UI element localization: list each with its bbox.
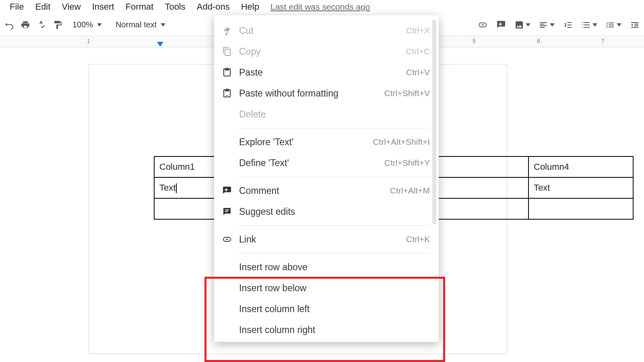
ctx-label: Comment [239,185,390,196]
ctx-insert-row-above[interactable]: Insert row above [214,257,439,278]
ctx-shortcut: Ctrl+K [406,234,430,244]
cut-icon [221,25,233,36]
zoom-value: 100% [72,20,93,29]
blank-icon [221,136,233,148]
suggest-icon [221,206,233,217]
insert-image-dropdown[interactable] [514,20,530,30]
menu-tools[interactable]: Tools [165,2,185,12]
ctx-label: Delete [239,109,430,120]
paragraph-style-dropdown[interactable]: Normal text [111,19,169,31]
ctx-label: Insert row above [239,262,430,273]
table-header-cell[interactable]: Column4 [528,156,633,177]
ctx-label: Link [239,234,406,245]
caret-icon [97,23,102,27]
ruler-mark: 5 [473,38,476,44]
ctx-delete[interactable]: Delete [214,104,439,125]
menu-insert[interactable]: Insert [92,2,114,12]
link-icon[interactable] [477,20,488,30]
ctx-label: Copy [239,46,406,57]
menu-view[interactable]: View [62,2,80,12]
caret-icon [161,23,165,27]
ctx-label: Insert column left [239,304,430,315]
spellcheck-icon[interactable] [36,20,47,30]
ctx-label: Insert row below [239,283,430,294]
last-edit-link[interactable]: Last edit was seconds ago [270,2,370,12]
align-dropdown[interactable] [539,20,555,30]
ctx-insert-column-left[interactable]: Insert column left [214,298,439,319]
ruler-mark: 7 [601,38,605,44]
caret-icon [526,23,530,27]
blank-icon [221,157,233,169]
blank-icon [221,303,233,315]
add-comment-icon[interactable] [496,20,506,30]
toolbar-right [477,20,640,30]
blank-icon [221,324,233,335]
ctx-shortcut: Ctrl+Shift+V [384,88,430,98]
table-cell[interactable]: Text [528,177,633,198]
redo-icon[interactable] [4,20,14,30]
ctx-separator [238,225,430,226]
ruler-mark: 6 [537,38,540,44]
copy-icon [221,46,233,57]
ctx-separator [238,128,430,128]
ctx-comment[interactable]: Comment Ctrl+Alt+M [214,180,439,201]
ctx-link[interactable]: Link Ctrl+K [214,229,439,250]
menu-format[interactable]: Format [126,2,154,12]
table-cell[interactable] [528,198,633,219]
caret-icon [617,23,621,27]
ctx-label: Paste without formatting [239,88,384,99]
ctx-shortcut: Ctrl+Alt+M [390,186,430,195]
paste-plain-icon [221,88,233,99]
ctx-explore[interactable]: Explore 'Text' Ctrl+Alt+Shift+I [214,132,439,152]
caret-icon [592,23,597,27]
line-spacing-icon[interactable] [563,20,573,30]
blank-icon [221,109,233,120]
ctx-shortcut: Ctrl+V [406,68,430,77]
paint-format-icon[interactable] [52,20,63,30]
ctx-define[interactable]: Define 'Text' Ctrl+Shift+Y [214,152,439,173]
ruler-mark: 1 [87,38,90,44]
ctx-label: Cut [239,25,406,36]
menu-edit[interactable]: Edit [35,2,50,12]
ctx-shortcut: Ctrl+Shift+Y [384,158,430,168]
menu-addons[interactable]: Add-ons [197,2,230,12]
indent-decrease-icon[interactable] [630,20,640,30]
blank-icon [221,282,233,294]
ctx-shortcut: Ctrl+Alt+Shift+I [373,137,430,147]
ctx-label: Suggest edits [239,206,430,217]
blank-icon [221,261,233,273]
ctx-insert-column-right[interactable]: Insert column right [214,319,439,340]
indent-marker-icon[interactable] [157,42,163,47]
ctx-suggest-edits[interactable]: Suggest edits [214,201,439,222]
bulleted-list-dropdown[interactable] [605,20,621,30]
ctx-cut[interactable]: Cut Ctrl+X [214,20,439,41]
ctx-copy[interactable]: Copy Ctrl+C [214,41,439,62]
ctx-shortcut: Ctrl+X [406,26,430,35]
ctx-shortcut: Ctrl+C [406,47,430,56]
menu-file[interactable]: File [10,2,24,12]
menubar: File Edit View Insert Format Tools Add-o… [0,0,644,16]
ctx-paste[interactable]: Paste Ctrl+V [214,62,439,83]
ctx-label: Define 'Text' [239,158,384,169]
print-icon[interactable] [20,20,31,30]
zoom-dropdown[interactable]: 100% [68,19,106,31]
link-icon [221,234,233,245]
numbered-list-dropdown[interactable] [581,20,597,30]
ctx-label: Explore 'Text' [239,137,373,148]
paragraph-style-value: Normal text [116,20,157,29]
ctx-label: Paste [239,67,406,78]
comment-icon [221,185,233,196]
ctx-insert-row-below[interactable]: Insert row below [214,278,439,298]
ctx-paste-without-formatting[interactable]: Paste without formatting Ctrl+Shift+V [214,83,439,104]
menu-help[interactable]: Help [241,2,259,12]
paste-icon [221,67,233,78]
ctx-separator [238,253,430,253]
caret-icon [550,23,555,27]
context-menu: Cut Ctrl+X Copy Ctrl+C Paste Ctrl+V Past… [214,15,439,342]
ctx-separator [238,177,430,177]
context-menu-scrollbar[interactable] [432,19,436,224]
ctx-label: Insert column right [239,325,430,335]
